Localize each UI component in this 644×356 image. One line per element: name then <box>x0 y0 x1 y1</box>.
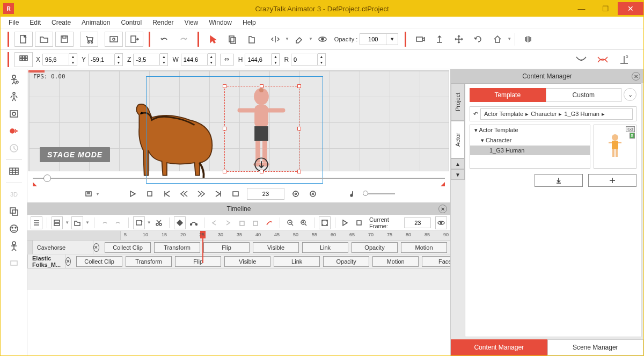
clip-button[interactable]: Flip <box>203 242 250 253</box>
spin-down[interactable]: ▼ <box>69 60 77 66</box>
clip-button[interactable]: Transform <box>154 242 200 253</box>
y-input[interactable] <box>88 54 115 66</box>
track-name[interactable]: Cavehorse <box>33 241 93 254</box>
clip-button[interactable]: Visible <box>253 242 299 253</box>
menu-help[interactable]: Help <box>237 18 261 27</box>
clip-button[interactable]: Link <box>302 242 348 253</box>
menu-animation[interactable]: Animation <box>76 18 115 27</box>
tab-more-button[interactable]: ⌄ <box>624 88 636 101</box>
content-tree[interactable]: ▾ Actor Template ▾ Character 1_G3 Human <box>470 125 590 169</box>
tl-zoomout-button[interactable] <box>284 216 296 229</box>
selection-inner[interactable] <box>224 86 299 172</box>
content-manager-close-button[interactable]: ✕ <box>632 72 640 81</box>
home-button[interactable] <box>489 31 506 47</box>
clip-button[interactable]: Collect Clip <box>76 256 122 267</box>
stop-button[interactable] <box>144 188 156 200</box>
timeline-track[interactable]: Cavehorse✕Collect ClipTransformFlipVisib… <box>27 241 450 255</box>
tree-node-selected[interactable]: 1_G3 Human <box>470 146 590 155</box>
link-wh-button[interactable]: ⇔ <box>220 54 234 66</box>
play-button[interactable] <box>127 188 138 200</box>
layers-tool[interactable] <box>4 204 24 220</box>
preview-button[interactable] <box>105 32 123 47</box>
tl-curve2-button[interactable] <box>264 216 275 229</box>
tab-content-manager[interactable]: Content Manager <box>451 339 547 355</box>
tree-node[interactable]: ▾ Character <box>470 135 590 146</box>
first-frame-button[interactable] <box>161 188 173 200</box>
undo-button[interactable] <box>156 31 173 47</box>
maximize-button[interactable]: ☐ <box>594 2 618 15</box>
grid-snap-button[interactable] <box>14 52 33 67</box>
sidetab-scroll-up[interactable]: ▲ <box>451 158 465 169</box>
clip-button[interactable]: Motion <box>401 242 447 253</box>
tl-edit-button[interactable] <box>133 216 145 229</box>
tl-key-button[interactable] <box>174 216 186 229</box>
close-button[interactable]: ✕ <box>618 2 643 15</box>
range-start-icon[interactable] <box>33 182 37 186</box>
audio-tool[interactable] <box>4 123 24 139</box>
minimize-button[interactable]: — <box>569 2 594 15</box>
tl-cut-button[interactable] <box>153 216 165 229</box>
eraser-button[interactable] <box>290 31 308 47</box>
spin-up[interactable]: ▲ <box>69 54 77 60</box>
menu-view[interactable]: View <box>179 18 203 27</box>
menu-create[interactable]: Create <box>46 18 76 27</box>
back-icon[interactable]: ↶ <box>473 111 478 118</box>
tl-loop-button[interactable] <box>250 216 262 229</box>
export-button[interactable] <box>125 32 143 47</box>
add-button[interactable] <box>588 174 636 187</box>
menu-window[interactable]: Window <box>203 18 237 27</box>
menu-file[interactable]: File <box>3 18 24 27</box>
scrubber-knob[interactable] <box>43 175 51 182</box>
download-button[interactable] <box>535 174 583 187</box>
zoom-scrubber[interactable] <box>33 173 445 184</box>
face-tool-icon[interactable] <box>575 55 587 64</box>
camera-button[interactable] <box>412 31 429 47</box>
new-file-button[interactable] <box>14 32 33 47</box>
tl-play-button[interactable] <box>340 216 352 229</box>
loop-button[interactable] <box>230 188 241 200</box>
last-frame-button[interactable] <box>213 188 224 200</box>
cart-button[interactable] <box>80 32 98 47</box>
menu-render[interactable]: Render <box>147 18 179 27</box>
tl-undo-button[interactable] <box>99 216 111 229</box>
actor-tool[interactable] <box>4 71 24 88</box>
open-file-button[interactable] <box>35 32 53 47</box>
redo-button[interactable] <box>175 31 192 47</box>
current-frame-input[interactable] <box>404 217 431 228</box>
clip-button[interactable]: Visible <box>224 256 270 267</box>
track-close-button[interactable]: ✕ <box>65 257 71 266</box>
z-input[interactable] <box>133 54 160 66</box>
tree-node[interactable]: ▾ Actor Template <box>470 125 590 135</box>
current-frame-input[interactable] <box>247 188 284 200</box>
clip-button[interactable]: Link <box>274 256 320 267</box>
timeline-track[interactable]: Elastic Folks_M...✕Collect ClipTransform… <box>27 255 450 268</box>
sidetab-scroll-down[interactable]: ▼ <box>451 169 465 180</box>
tab-custom[interactable]: Custom <box>546 88 622 102</box>
content-thumbnail[interactable]: G3 $ <box>594 125 636 169</box>
track-close-button[interactable]: ✕ <box>93 243 100 252</box>
x-input[interactable] <box>42 54 69 66</box>
opacity-dropdown[interactable]: ▼ <box>386 33 398 45</box>
settings2-button[interactable] <box>307 188 319 200</box>
tl-prevkey-button[interactable] <box>208 216 220 229</box>
tl-folder-button[interactable] <box>71 216 83 229</box>
face-tool-active-icon[interactable] <box>597 55 609 64</box>
grid-tool[interactable] <box>4 163 24 179</box>
tl-eye-button[interactable] <box>435 216 447 229</box>
menu-control[interactable]: Control <box>115 18 147 27</box>
breadcrumb-item[interactable]: 1_G3 Human <box>564 111 599 118</box>
w-input[interactable] <box>181 54 208 66</box>
clip-button[interactable]: Face <box>422 256 450 267</box>
rotate-button[interactable] <box>470 31 487 47</box>
paste-button[interactable] <box>243 31 260 47</box>
marker-button[interactable] <box>83 188 94 200</box>
opacity-input[interactable] <box>360 33 386 45</box>
viewport[interactable]: FPS: 0.00 <box>28 70 449 171</box>
clip-button[interactable]: Motion <box>372 256 419 267</box>
audio-note-icon[interactable] <box>346 188 357 200</box>
mirror-button[interactable] <box>519 31 537 47</box>
r-input[interactable] <box>291 54 318 66</box>
timeline-ruler[interactable]: 5101520253035404550556065707580859095100… <box>27 231 450 241</box>
clip-button[interactable]: Flip <box>175 256 221 267</box>
tl-redo-button[interactable] <box>112 216 124 229</box>
